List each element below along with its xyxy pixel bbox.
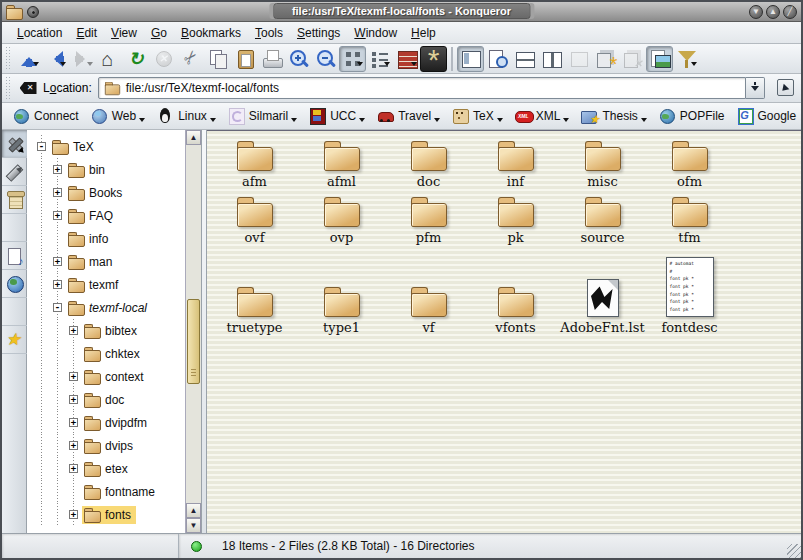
toolbar-button-filter[interactable]	[673, 46, 700, 72]
location-history-dropdown-button[interactable]	[746, 77, 765, 99]
bookmark-popfile[interactable]: POPFile	[653, 103, 731, 129]
tree-expander[interactable]: +	[53, 211, 62, 220]
tree-item-bin[interactable]: + bin	[27, 158, 185, 181]
toolbar-button-split-top-bottom[interactable]	[511, 46, 538, 72]
toolbar-button-cut[interactable]	[177, 46, 204, 72]
tree-item-fonts[interactable]: + fonts	[27, 503, 185, 526]
tree-item-tex[interactable]: - TeX	[27, 135, 185, 158]
menu-help[interactable]: Help	[404, 24, 443, 42]
sidebar-button-root-directory[interactable]	[2, 298, 27, 326]
file-item-afm[interactable]: afm	[211, 135, 298, 191]
go-button[interactable]	[773, 76, 797, 100]
sidebar-button-bookmarks[interactable]	[2, 326, 27, 354]
menu-location[interactable]: Location	[10, 24, 69, 42]
file-item-vfonts[interactable]: vfonts	[472, 247, 559, 337]
clear-location-button[interactable]: ✕	[15, 76, 41, 100]
scroll-up-button-bottom[interactable]: ▲	[186, 503, 201, 518]
tree-item-fontname[interactable]: fontname	[27, 480, 185, 503]
tree-item-chktex[interactable]: chktex	[27, 342, 185, 365]
toolbar-button-forward[interactable]	[69, 46, 96, 72]
tree-item-man[interactable]: + man	[27, 250, 185, 273]
toolbar-button-reload[interactable]	[123, 46, 150, 72]
sticky-pin-button[interactable]	[27, 6, 39, 18]
toolbar-button-find-file[interactable]	[484, 46, 511, 72]
toolbar-button-paste[interactable]	[231, 46, 258, 72]
tree-item-dvipdfm[interactable]: + dvipdfm	[27, 411, 185, 434]
menu-edit[interactable]: Edit	[69, 24, 104, 42]
locationbar-drag-handle[interactable]	[4, 77, 12, 99]
bookmark-connect[interactable]: Connect	[7, 103, 85, 129]
menu-settings[interactable]: Settings	[290, 24, 347, 42]
file-item-inf[interactable]: inf	[472, 135, 559, 191]
toolbar-button-stop[interactable]	[150, 46, 177, 72]
toolbar-button-multicolumn-view[interactable]	[366, 46, 393, 72]
minimize-button[interactable]: ▼	[749, 5, 763, 19]
sidebar-button-network[interactable]	[2, 270, 27, 298]
sidebar-button-pencil[interactable]	[2, 158, 27, 186]
tree-expander[interactable]: +	[69, 464, 78, 473]
scrollbar-thumb[interactable]	[187, 299, 200, 384]
file-item-ovf[interactable]: ovf	[211, 191, 298, 247]
file-item-type1[interactable]: type1	[298, 247, 385, 337]
titlebar[interactable]: file:/usr/TeX/texmf-local/fonts - Konque…	[2, 2, 801, 22]
menu-window[interactable]: Window	[347, 24, 404, 42]
bookmark-web[interactable]: Web	[85, 103, 151, 129]
toolbar-button-show-sidebar[interactable]	[457, 46, 484, 72]
bookmark-thesis[interactable]: Thesis	[575, 103, 652, 129]
bookmark-xml[interactable]: XML	[509, 103, 576, 129]
menu-tools[interactable]: Tools	[248, 24, 290, 42]
tree-expander[interactable]: +	[69, 395, 78, 404]
tree-expander[interactable]: +	[53, 165, 62, 174]
tree-expander[interactable]: +	[53, 257, 62, 266]
scroll-down-button[interactable]: ▼	[186, 518, 201, 533]
toolbar-button-zoom-out[interactable]	[312, 46, 339, 72]
toolbar-button-preview[interactable]	[646, 46, 673, 72]
tree-item-doc[interactable]: + doc	[27, 388, 185, 411]
bookmark-travel[interactable]: Travel	[371, 103, 446, 129]
tree-item-context[interactable]: + context	[27, 365, 185, 388]
toolbar-button-size-view[interactable]	[393, 46, 420, 72]
file-item-doc[interactable]: doc	[385, 135, 472, 191]
sidebar-button-history[interactable]	[2, 186, 27, 214]
file-item-ovp[interactable]: ovp	[298, 191, 385, 247]
bookmark-ucc[interactable]: UCC	[303, 103, 371, 129]
sidebar-button-home-directory[interactable]	[2, 214, 27, 242]
menu-bookmarks[interactable]: Bookmarks	[174, 24, 248, 42]
maximize-button[interactable]: ▲	[766, 5, 780, 19]
toolbar-button-new-tab[interactable]	[592, 46, 619, 72]
tree-expander[interactable]: -	[53, 303, 62, 312]
toolbar-button-close-tab[interactable]	[619, 46, 646, 72]
toolbar-button-back[interactable]	[42, 46, 69, 72]
file-item-pk[interactable]: pk	[472, 191, 559, 247]
tree-expander[interactable]: +	[69, 326, 78, 335]
scroll-up-button[interactable]: ▲	[186, 130, 201, 145]
tree-item-faq[interactable]: + FAQ	[27, 204, 185, 227]
tree-item-info[interactable]: info	[27, 227, 185, 250]
file-item-fontdesc[interactable]: # automat # font pk * font pk * font pk …	[646, 247, 733, 337]
tree-item-etex[interactable]: + etex	[27, 457, 185, 480]
file-item-vf[interactable]: vf	[385, 247, 472, 337]
toolbar-button-gear-view[interactable]	[420, 46, 447, 72]
toolbar-button-zoom-in[interactable]	[285, 46, 312, 72]
menu-go[interactable]: Go	[144, 24, 174, 42]
toolbar-button-icon-view[interactable]	[339, 46, 366, 72]
bookmark-linux[interactable]: Linux	[151, 103, 222, 129]
file-item-pfm[interactable]: pfm	[385, 191, 472, 247]
tree-expander[interactable]: +	[53, 188, 62, 197]
toolbar-button-print[interactable]	[258, 46, 285, 72]
tree-item-dvips[interactable]: + dvips	[27, 434, 185, 457]
tree-expander[interactable]: +	[69, 510, 78, 519]
tree-expander[interactable]: +	[69, 441, 78, 450]
tree-expander[interactable]: +	[69, 372, 78, 381]
toolbar-button-copy[interactable]	[204, 46, 231, 72]
close-button[interactable]: ╱	[783, 5, 797, 19]
tree-item-books[interactable]: + Books	[27, 181, 185, 204]
toolbar-button-remove-view[interactable]	[565, 46, 592, 72]
sidebar-button-services[interactable]	[2, 242, 27, 270]
tree-item-bibtex[interactable]: + bibtex	[27, 319, 185, 342]
file-item-truetype[interactable]: truetype	[211, 247, 298, 337]
bookmark-google[interactable]: Google	[731, 103, 803, 129]
toolbar-button-up[interactable]	[15, 46, 42, 72]
file-item-afml[interactable]: afml	[298, 135, 385, 191]
resize-grip[interactable]	[787, 544, 801, 558]
